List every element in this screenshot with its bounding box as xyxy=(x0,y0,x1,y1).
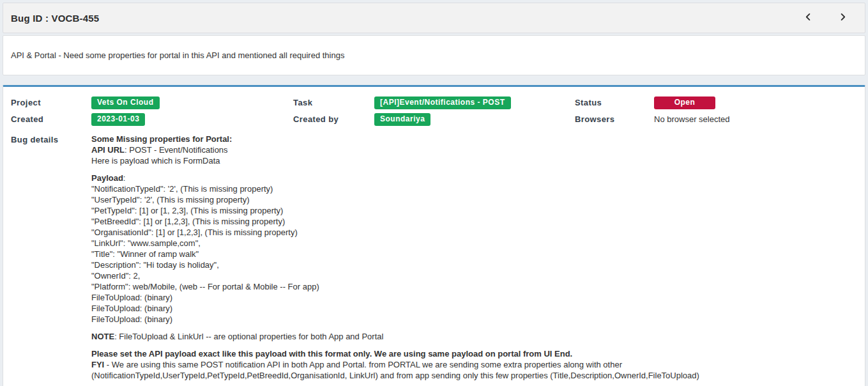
payload-colon: : xyxy=(123,173,126,183)
bug-summary-text: API & Portal - Need some properties for … xyxy=(11,50,344,60)
bug-header-bar: Bug ID : VOCB-455 xyxy=(3,3,865,33)
chevron-left-icon xyxy=(804,12,812,24)
payload-paragraph: Payload: "NotificationTypeId": '2', (Thi… xyxy=(91,173,844,325)
page: Bug ID : VOCB-455 API & Portal - Need so… xyxy=(0,0,868,386)
formdata-note: Here is payload which is FormData xyxy=(91,155,844,166)
browsers-value: No browser selected xyxy=(654,113,857,124)
status-label: Status xyxy=(575,96,654,107)
payload-line: "PetBreedId": [1] or [1,2,3], (This is m… xyxy=(91,216,844,227)
payload-line: "Title": "Winner of ramp walk" xyxy=(91,249,844,259)
meta-grid: Project Vets On Cloud Task [API]Event/No… xyxy=(11,96,857,381)
instruction-paragraph: Please set the API payload exact like th… xyxy=(91,348,844,381)
details-intro-paragraph: Some Missing properties for Portal: API … xyxy=(91,134,844,166)
task-badge: [API]Event/Notifications - POST xyxy=(374,96,511,109)
task-label: Task xyxy=(293,96,374,107)
prev-bug-button[interactable] xyxy=(802,11,815,25)
bug-details-label: Bug details xyxy=(11,134,91,144)
created-cell: 2023-01-03 xyxy=(91,113,293,126)
api-url-value: : POST - Event/Notifications xyxy=(125,145,228,155)
api-url-label: API URL xyxy=(91,145,125,155)
task-cell: [API]Event/Notifications - POST xyxy=(374,96,575,109)
payload-line: "LinkUrl": "www.sample,com", xyxy=(91,238,844,249)
project-cell: Vets On Cloud xyxy=(91,96,293,109)
status-badge: Open xyxy=(654,96,715,109)
payload-line: "UserTypeId": '2', (This is missing prop… xyxy=(91,194,844,205)
project-badge: Vets On Cloud xyxy=(91,96,160,109)
created-date-badge: 2023-01-03 xyxy=(91,113,145,126)
created-by-cell: Soundariya xyxy=(374,113,575,126)
status-cell: Open xyxy=(654,96,857,109)
next-bug-button[interactable] xyxy=(836,11,849,25)
bug-summary-card: API & Portal - Need some properties for … xyxy=(3,35,865,75)
instruction-text: Please set the API payload exact like th… xyxy=(91,349,572,359)
bug-details-card: Project Vets On Cloud Task [API]Event/No… xyxy=(3,85,865,386)
created-by-badge: Soundariya xyxy=(374,113,430,126)
project-label: Project xyxy=(11,96,91,107)
page-title: Bug ID : VOCB-455 xyxy=(11,13,99,24)
payload-line: "PetTypeId": [1] or [1, 2,3], (This is m… xyxy=(91,205,844,216)
payload-line: "NotificationTypeId": '2', (This is miss… xyxy=(91,183,844,194)
chevron-right-icon xyxy=(839,12,847,24)
payload-line: "Description": "Hi today is holiday", xyxy=(91,259,844,270)
browsers-label: Browsers xyxy=(575,113,654,124)
payload-label: Payload xyxy=(91,173,123,183)
payload-line: FileToUpload: (binary) xyxy=(91,292,844,303)
missing-props-heading: Some Missing properties for Portal: xyxy=(91,134,232,144)
bug-details-text: Some Missing properties for Portal: API … xyxy=(91,134,857,381)
payload-line: "OrganisationId": [1] or [1,2,3], (This … xyxy=(91,227,844,238)
payload-line: "OwnerId": 2, xyxy=(91,270,844,281)
payload-line: FileToUpload: (binary) xyxy=(91,303,844,314)
payload-line: FileToUpload: (binary) xyxy=(91,314,844,325)
created-by-label: Created by xyxy=(293,113,374,124)
fyi-text: - We are using this same POST notificati… xyxy=(91,360,699,380)
payload-line: "Platform": web/Mobile, (web -- For port… xyxy=(91,281,844,292)
note-text: : FileToUpload & LinkUrl -- are optional… xyxy=(114,332,383,341)
note-paragraph: NOTE: FileToUpload & LinkUrl -- are opti… xyxy=(91,331,844,342)
created-label: Created xyxy=(11,113,91,124)
fyi-label: FYI xyxy=(91,360,104,369)
note-label: NOTE xyxy=(91,332,114,341)
bug-pagination xyxy=(802,11,849,25)
